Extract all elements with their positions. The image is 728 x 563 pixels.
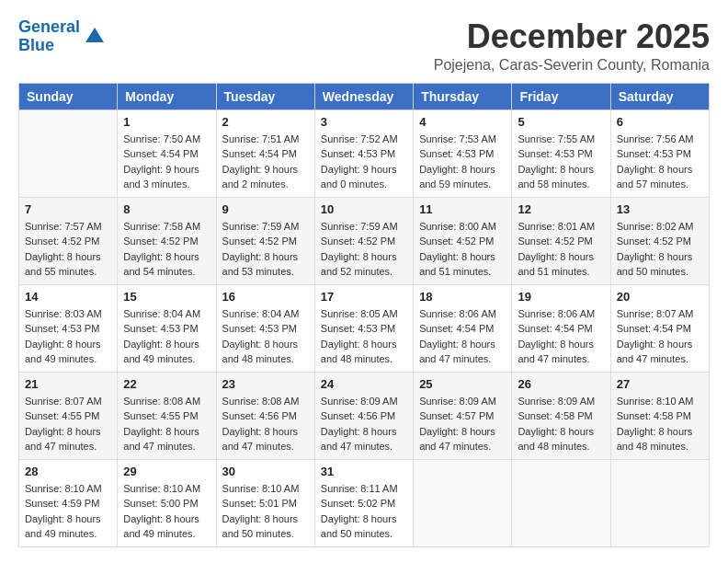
- day-info: Sunrise: 8:08 AMSunset: 4:55 PMDaylight:…: [123, 394, 210, 454]
- table-row: 30Sunrise: 8:10 AMSunset: 5:01 PMDayligh…: [216, 459, 314, 546]
- day-info: Sunrise: 8:07 AMSunset: 4:55 PMDaylight:…: [25, 394, 111, 454]
- day-info: Sunrise: 8:11 AMSunset: 5:02 PMDaylight:…: [321, 481, 407, 542]
- svg-marker-0: [85, 28, 104, 42]
- table-row: [19, 109, 118, 197]
- table-row: 21Sunrise: 8:07 AMSunset: 4:55 PMDayligh…: [19, 372, 118, 459]
- day-info: Sunrise: 8:04 AMSunset: 4:53 PMDaylight:…: [222, 306, 309, 367]
- header-tuesday: Tuesday: [216, 83, 314, 109]
- day-number: 22: [123, 377, 210, 391]
- calendar-week-row: 21Sunrise: 8:07 AMSunset: 4:55 PMDayligh…: [19, 372, 710, 459]
- table-row: 17Sunrise: 8:05 AMSunset: 4:53 PMDayligh…: [314, 284, 413, 372]
- day-number: 8: [123, 202, 210, 216]
- day-info: Sunrise: 8:10 AMSunset: 5:01 PMDaylight:…: [222, 481, 309, 542]
- day-number: 5: [518, 115, 604, 129]
- header-sunday: Sunday: [19, 83, 118, 109]
- table-row: 15Sunrise: 8:04 AMSunset: 4:53 PMDayligh…: [118, 284, 216, 372]
- day-info: Sunrise: 7:59 AMSunset: 4:52 PMDaylight:…: [222, 219, 309, 280]
- table-row: 3Sunrise: 7:52 AMSunset: 4:53 PMDaylight…: [314, 109, 413, 197]
- table-row: 14Sunrise: 8:03 AMSunset: 4:53 PMDayligh…: [19, 284, 118, 372]
- day-info: Sunrise: 8:10 AMSunset: 4:59 PMDaylight:…: [25, 481, 111, 542]
- header: General Blue December 2025 Pojejena, Car…: [18, 18, 710, 74]
- table-row: 6Sunrise: 7:56 AMSunset: 4:53 PMDaylight…: [610, 109, 709, 197]
- calendar-week-row: 14Sunrise: 8:03 AMSunset: 4:53 PMDayligh…: [19, 284, 710, 372]
- day-info: Sunrise: 8:06 AMSunset: 4:54 PMDaylight:…: [419, 306, 506, 367]
- calendar-week-row: 1Sunrise: 7:50 AMSunset: 4:54 PMDaylight…: [19, 109, 710, 197]
- calendar-week-row: 7Sunrise: 7:57 AMSunset: 4:52 PMDaylight…: [19, 197, 710, 284]
- table-row: 10Sunrise: 7:59 AMSunset: 4:52 PMDayligh…: [314, 197, 413, 284]
- day-number: 25: [419, 377, 506, 391]
- day-number: 27: [617, 377, 703, 391]
- day-info: Sunrise: 8:09 AMSunset: 4:58 PMDaylight:…: [518, 394, 604, 454]
- day-number: 18: [419, 290, 506, 304]
- table-row: 11Sunrise: 8:00 AMSunset: 4:52 PMDayligh…: [414, 197, 512, 284]
- calendar: Sunday Monday Tuesday Wednesday Thursday…: [18, 83, 710, 547]
- day-number: 29: [123, 465, 210, 478]
- day-number: 1: [123, 115, 210, 129]
- day-number: 4: [419, 115, 506, 129]
- table-row: 26Sunrise: 8:09 AMSunset: 4:58 PMDayligh…: [512, 372, 610, 459]
- logo-icon: [82, 24, 108, 50]
- header-saturday: Saturday: [610, 83, 709, 109]
- table-row: 23Sunrise: 8:08 AMSunset: 4:56 PMDayligh…: [216, 372, 314, 459]
- table-row: 18Sunrise: 8:06 AMSunset: 4:54 PMDayligh…: [414, 284, 512, 372]
- table-row: 5Sunrise: 7:55 AMSunset: 4:53 PMDaylight…: [512, 109, 610, 197]
- day-number: 26: [518, 377, 604, 391]
- day-info: Sunrise: 8:10 AMSunset: 5:00 PMDaylight:…: [123, 481, 210, 542]
- day-info: Sunrise: 7:56 AMSunset: 4:53 PMDaylight:…: [617, 132, 703, 192]
- main-title: December 2025: [434, 18, 710, 55]
- header-wednesday: Wednesday: [314, 83, 413, 109]
- table-row: [610, 459, 709, 546]
- day-info: Sunrise: 7:51 AMSunset: 4:54 PMDaylight:…: [222, 132, 309, 192]
- day-info: Sunrise: 8:05 AMSunset: 4:53 PMDaylight:…: [321, 306, 407, 367]
- day-info: Sunrise: 8:07 AMSunset: 4:54 PMDaylight:…: [617, 306, 703, 367]
- day-info: Sunrise: 8:06 AMSunset: 4:54 PMDaylight:…: [518, 306, 604, 367]
- table-row: 16Sunrise: 8:04 AMSunset: 4:53 PMDayligh…: [216, 284, 314, 372]
- header-friday: Friday: [512, 83, 610, 109]
- table-row: 24Sunrise: 8:09 AMSunset: 4:56 PMDayligh…: [314, 372, 413, 459]
- day-info: Sunrise: 8:09 AMSunset: 4:56 PMDaylight:…: [321, 394, 407, 454]
- day-number: 15: [123, 290, 210, 304]
- table-row: 2Sunrise: 7:51 AMSunset: 4:54 PMDaylight…: [216, 109, 314, 197]
- day-number: 9: [222, 202, 309, 216]
- day-info: Sunrise: 8:08 AMSunset: 4:56 PMDaylight:…: [222, 394, 309, 454]
- day-info: Sunrise: 8:02 AMSunset: 4:52 PMDaylight:…: [617, 219, 703, 280]
- subtitle: Pojejena, Caras-Severin County, Romania: [434, 57, 710, 74]
- day-info: Sunrise: 7:57 AMSunset: 4:52 PMDaylight:…: [25, 219, 111, 280]
- calendar-week-row: 28Sunrise: 8:10 AMSunset: 4:59 PMDayligh…: [19, 459, 710, 546]
- day-info: Sunrise: 8:09 AMSunset: 4:57 PMDaylight:…: [419, 394, 506, 454]
- day-number: 30: [222, 465, 309, 478]
- table-row: 8Sunrise: 7:58 AMSunset: 4:52 PMDaylight…: [118, 197, 216, 284]
- day-number: 7: [25, 202, 111, 216]
- table-row: 27Sunrise: 8:10 AMSunset: 4:58 PMDayligh…: [610, 372, 709, 459]
- day-number: 12: [518, 202, 604, 216]
- day-number: 13: [617, 202, 703, 216]
- table-row: 25Sunrise: 8:09 AMSunset: 4:57 PMDayligh…: [414, 372, 512, 459]
- day-number: 14: [25, 290, 111, 304]
- table-row: [512, 459, 610, 546]
- day-number: 21: [25, 377, 111, 391]
- day-number: 23: [222, 377, 309, 391]
- day-info: Sunrise: 7:58 AMSunset: 4:52 PMDaylight:…: [123, 219, 210, 280]
- logo-general: General: [18, 17, 80, 36]
- header-monday: Monday: [118, 83, 216, 109]
- day-info: Sunrise: 7:53 AMSunset: 4:53 PMDaylight:…: [419, 132, 506, 192]
- weekday-header-row: Sunday Monday Tuesday Wednesday Thursday…: [19, 83, 710, 109]
- day-info: Sunrise: 8:00 AMSunset: 4:52 PMDaylight:…: [419, 219, 506, 280]
- table-row: 9Sunrise: 7:59 AMSunset: 4:52 PMDaylight…: [216, 197, 314, 284]
- day-info: Sunrise: 8:04 AMSunset: 4:53 PMDaylight:…: [123, 306, 210, 367]
- day-info: Sunrise: 7:55 AMSunset: 4:53 PMDaylight:…: [518, 132, 604, 192]
- table-row: 4Sunrise: 7:53 AMSunset: 4:53 PMDaylight…: [414, 109, 512, 197]
- table-row: 20Sunrise: 8:07 AMSunset: 4:54 PMDayligh…: [610, 284, 709, 372]
- day-number: 20: [617, 290, 703, 304]
- table-row: 22Sunrise: 8:08 AMSunset: 4:55 PMDayligh…: [118, 372, 216, 459]
- table-row: 1Sunrise: 7:50 AMSunset: 4:54 PMDaylight…: [118, 109, 216, 197]
- logo-text: General Blue: [18, 18, 80, 55]
- day-number: 24: [321, 377, 407, 391]
- table-row: 7Sunrise: 7:57 AMSunset: 4:52 PMDaylight…: [19, 197, 118, 284]
- day-number: 17: [321, 290, 407, 304]
- header-thursday: Thursday: [414, 83, 512, 109]
- table-row: 12Sunrise: 8:01 AMSunset: 4:52 PMDayligh…: [512, 197, 610, 284]
- day-info: Sunrise: 8:03 AMSunset: 4:53 PMDaylight:…: [25, 306, 111, 367]
- day-number: 16: [222, 290, 309, 304]
- day-number: 10: [321, 202, 407, 216]
